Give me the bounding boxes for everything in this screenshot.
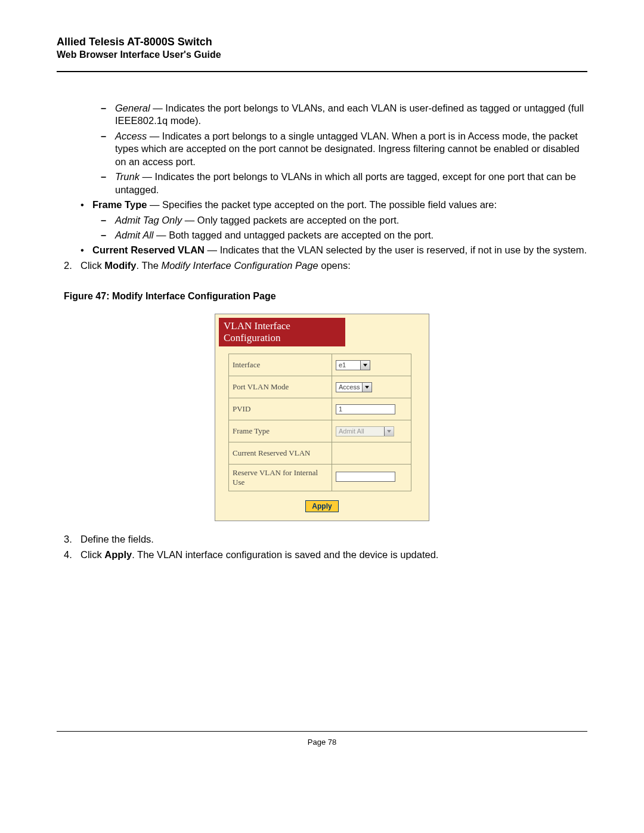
step3-text: Define the fields. (80, 533, 154, 546)
pvm-select[interactable]: Access (336, 382, 372, 392)
step-number: 2. (64, 259, 80, 272)
figure-caption: Figure 47: Modify Interface Configuratio… (64, 291, 587, 302)
dash-icon: – (101, 229, 115, 241)
row-frame-type: Frame Type Admit All (229, 420, 411, 442)
frame-type-item: • Frame Type — Specifies the packet type… (57, 199, 587, 211)
label-pvm: Port VLAN Mode (229, 376, 332, 398)
mode-access-item: – Access — Indicates a port belongs to a… (57, 130, 587, 168)
doc-subtitle: Web Browser Interface User's Guide (57, 49, 587, 60)
crv-text: — Indicates that the VLAN selected by th… (205, 244, 587, 255)
dash-icon: – (101, 130, 115, 143)
riu-input[interactable] (336, 472, 395, 482)
step2-ital: Modify Interface Configuration Page (161, 260, 318, 271)
pvid-input[interactable]: 1 (336, 404, 395, 414)
step4-post: . The VLAN interface configuration is sa… (132, 549, 438, 560)
row-port-vlan-mode: Port VLAN Mode Access (229, 376, 411, 398)
admit-tag-text: — Only tagged packets are accepted on th… (182, 215, 399, 225)
crv-cell (332, 442, 411, 465)
dash-icon: – (101, 171, 115, 183)
doc-title: Allied Telesis AT-8000S Switch (57, 36, 587, 48)
header-rule (57, 71, 587, 72)
mode-trunk-term: Trunk (115, 171, 140, 182)
crv-item: • Current Reserved VLAN — Indicates that… (57, 244, 587, 256)
admit-tag-item: – Admit Tag Only — Only tagged packets a… (57, 214, 587, 227)
apply-button[interactable]: Apply (305, 500, 338, 512)
pvm-value: Access (336, 383, 362, 391)
footer-rule (57, 731, 587, 732)
admit-tag-term: Admit Tag Only (115, 215, 182, 225)
frame-type-text: — Specifies the packet type accepted on … (147, 199, 497, 210)
panel-title: VLAN Interface Configuration (219, 318, 345, 346)
label-riu: Reserve VLAN for Internal Use (229, 465, 332, 491)
frame-type-label: Frame Type (92, 199, 147, 210)
admit-all-text: — Both tagged and untagged packets are a… (154, 230, 434, 240)
label-crv: Current Reserved VLAN (229, 442, 332, 465)
config-table: Interface e1 Port VLAN Mode Access (228, 354, 411, 491)
bullet-icon: • (80, 199, 92, 211)
step-4: 4. Click Apply. The VLAN interface confi… (57, 549, 587, 561)
frame-type-select: Admit All (336, 426, 394, 436)
row-interface: Interface e1 (229, 354, 411, 376)
chevron-down-icon (384, 427, 394, 436)
step2-bold: Modify (104, 260, 136, 271)
step4-bold: Apply (104, 549, 132, 560)
label-interface: Interface (229, 354, 332, 376)
mode-general-item: – General — Indicates the port belongs t… (57, 102, 587, 128)
label-frame-type: Frame Type (229, 420, 332, 442)
admit-all-item: – Admit All — Both tagged and untagged p… (57, 229, 587, 241)
row-reserve-internal: Reserve VLAN for Internal Use (229, 465, 411, 491)
step-number: 3. (64, 533, 80, 546)
row-crv: Current Reserved VLAN (229, 442, 411, 465)
admit-all-term: Admit All (115, 230, 154, 240)
step-number: 4. (64, 549, 80, 561)
bullet-icon: • (80, 244, 92, 256)
mode-trunk-text: — Indicates the port belongs to VLANs in… (115, 171, 576, 194)
frame-type-value: Admit All (336, 428, 384, 435)
step2-pre: Click (80, 260, 104, 271)
mode-general-term: General (115, 103, 150, 113)
page-number: Page 78 (0, 738, 644, 747)
label-pvid: PVID (229, 398, 332, 420)
step2-mid: . The (137, 260, 162, 271)
dash-icon: – (101, 102, 115, 114)
mode-general-text: — Indicates the port belongs to VLANs, a… (115, 103, 584, 126)
vlan-config-panel: VLAN Interface Configuration Interface e… (215, 314, 429, 521)
interface-value: e1 (336, 361, 360, 368)
interface-select[interactable]: e1 (336, 360, 370, 370)
crv-label: Current Reserved VLAN (92, 244, 205, 255)
step4-pre: Click (80, 549, 104, 560)
mode-access-text: — Indicates a port belongs to a single u… (115, 131, 580, 167)
dash-icon: – (101, 214, 115, 227)
row-pvid: PVID 1 (229, 398, 411, 420)
chevron-down-icon[interactable] (362, 383, 371, 392)
step-3: 3. Define the fields. (57, 533, 587, 546)
mode-access-term: Access (115, 131, 147, 141)
chevron-down-icon[interactable] (360, 361, 370, 370)
step-2: 2. Click Modify. The Modify Interface Co… (57, 259, 587, 272)
mode-trunk-item: – Trunk — Indicates the port belongs to … (57, 171, 587, 196)
step2-post: opens: (318, 260, 351, 271)
